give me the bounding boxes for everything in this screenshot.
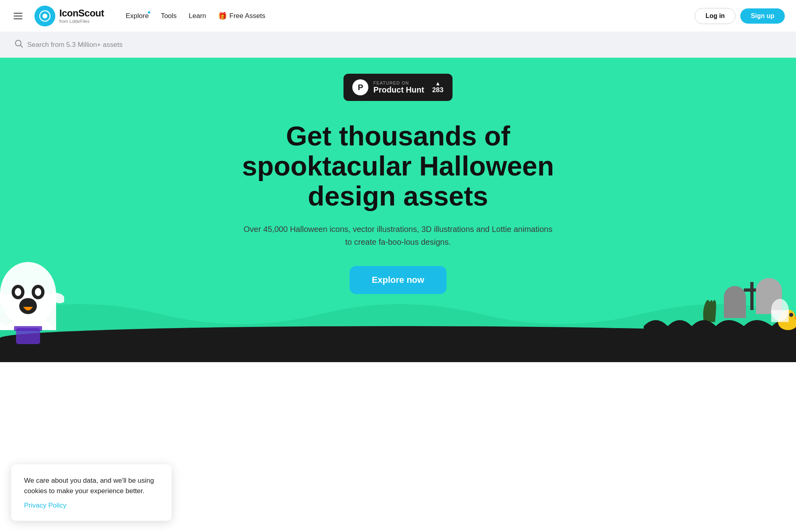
svg-rect-14 xyxy=(14,326,42,331)
svg-point-23 xyxy=(789,313,793,317)
svg-point-10 xyxy=(19,298,37,314)
graveyard-illustration xyxy=(644,258,796,338)
search-icon xyxy=(14,39,23,50)
nav-link-tools[interactable]: Tools xyxy=(156,9,182,23)
logo[interactable]: IconScout from LottieFiles xyxy=(34,6,104,26)
gift-icon: 🎁 xyxy=(218,12,227,20)
hero-title: Get thousands of spooktacular Halloween … xyxy=(218,121,578,211)
svg-rect-16 xyxy=(724,298,746,318)
hamburger-button[interactable] xyxy=(11,10,25,22)
search-bar xyxy=(11,38,785,52)
nav-links: Explore Tools Learn 🎁 Free Assets xyxy=(121,8,271,24)
product-hunt-logo: P xyxy=(352,79,368,95)
explore-dot xyxy=(148,11,150,14)
svg-point-9 xyxy=(35,288,41,296)
nav-actions: Log in Sign up xyxy=(695,8,785,24)
explore-now-button[interactable]: Explore now xyxy=(350,266,447,294)
hero-subtitle: Over 45,000 Halloween icons, vector illu… xyxy=(242,223,554,248)
ghost-illustration xyxy=(0,258,64,346)
login-button[interactable]: Log in xyxy=(695,8,735,24)
product-hunt-badge[interactable]: P FEATURED ON Product Hunt ▲ 283 xyxy=(343,74,452,101)
svg-line-3 xyxy=(20,45,22,47)
product-hunt-text: FEATURED ON Product Hunt xyxy=(373,81,424,95)
signup-button[interactable]: Sign up xyxy=(740,8,785,24)
logo-icon xyxy=(34,6,55,26)
nav-link-free-assets[interactable]: 🎁 Free Assets xyxy=(213,8,270,24)
search-input[interactable] xyxy=(27,41,782,49)
product-hunt-votes: ▲ 283 xyxy=(432,81,443,94)
logo-text: IconScout from LottieFiles xyxy=(59,8,104,23)
svg-point-1 xyxy=(42,14,47,18)
svg-point-8 xyxy=(15,288,21,296)
hero-section: P FEATURED ON Product Hunt ▲ 283 Get tho… xyxy=(0,58,796,362)
navbar: IconScout from LottieFiles Explore Tools… xyxy=(0,0,796,32)
nav-link-explore[interactable]: Explore xyxy=(121,9,154,23)
svg-rect-25 xyxy=(771,310,789,322)
search-bar-section xyxy=(0,32,796,58)
nav-link-learn[interactable]: Learn xyxy=(184,9,211,23)
